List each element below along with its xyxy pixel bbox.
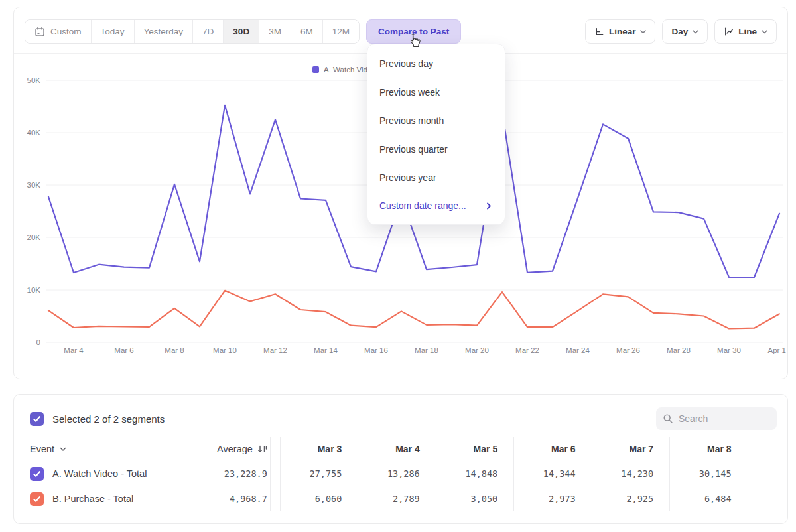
segments-table-panel: Selected 2 of 2 segments EventAverageMar… bbox=[13, 394, 788, 524]
column-divider bbox=[271, 437, 281, 461]
event-header-label: Event bbox=[30, 444, 54, 454]
segment-label: A. Watch Video - Total bbox=[52, 468, 147, 479]
range-button-today[interactable]: Today bbox=[91, 20, 134, 43]
value-cell: 3, bbox=[748, 486, 788, 511]
value-cell: 14,848 bbox=[436, 461, 514, 486]
range-button-custom[interactable]: Custom bbox=[25, 20, 91, 43]
date-column-header[interactable]: Mar 8 bbox=[670, 437, 748, 461]
chart-type-dropdown-label: Line bbox=[738, 27, 757, 36]
chevron-down-icon bbox=[762, 30, 767, 34]
mouse-cursor-pointer bbox=[407, 33, 423, 50]
range-button-3m[interactable]: 3M bbox=[259, 20, 291, 43]
y-axis-tick-label: 40K bbox=[27, 129, 41, 137]
check-icon bbox=[33, 495, 41, 503]
interval-dropdown-label: Day bbox=[671, 27, 688, 36]
range-button-7d[interactable]: 7D bbox=[192, 20, 223, 43]
table-row: B. Purchase - Total4,968.76,0602,7893,05… bbox=[14, 486, 788, 511]
average-header-label: Average bbox=[217, 444, 253, 454]
event-column-header[interactable]: Event bbox=[14, 437, 206, 461]
menu-item-custom-date-range[interactable]: Custom date range... bbox=[367, 192, 505, 220]
x-axis-tick-label: Apr 1 bbox=[768, 346, 787, 354]
toolbar-right-controls: Linear Day Line bbox=[585, 19, 777, 44]
range-button-label: 6M bbox=[300, 27, 313, 36]
range-button-label: Custom bbox=[50, 27, 82, 36]
date-column-header[interactable]: Mar 6 bbox=[514, 437, 592, 461]
linear-axis-icon bbox=[594, 27, 604, 36]
range-button-yesterday[interactable]: Yesterday bbox=[134, 20, 193, 43]
column-divider bbox=[271, 486, 281, 511]
x-axis-tick-label: Mar 20 bbox=[465, 346, 489, 354]
average-column-header[interactable]: Average bbox=[206, 437, 271, 461]
segment-checkbox[interactable] bbox=[30, 467, 44, 481]
segments-table: EventAverageMar 3Mar 4Mar 5Mar 6Mar 7Mar… bbox=[14, 437, 788, 511]
menu-item-previous-month[interactable]: Previous month bbox=[367, 107, 505, 135]
y-axis-tick-label: 10K bbox=[27, 286, 41, 294]
x-axis-tick-label: Mar 26 bbox=[616, 346, 640, 354]
event-cell: A. Watch Video - Total bbox=[14, 461, 206, 486]
date-range-selector: CustomTodayYesterday7D30D3M6M12M bbox=[25, 19, 360, 44]
table-header-row: EventAverageMar 3Mar 4Mar 5Mar 6Mar 7Mar… bbox=[14, 437, 788, 461]
series-line-purchase[interactable] bbox=[48, 291, 779, 329]
scale-dropdown-button[interactable]: Linear bbox=[585, 19, 656, 44]
value-cell: 14,344 bbox=[514, 461, 592, 486]
date-column-header[interactable]: Mar 7 bbox=[592, 437, 670, 461]
y-axis-tick-label: 0 bbox=[36, 338, 40, 346]
segments-header-row: Selected 2 of 2 segments bbox=[14, 395, 787, 431]
value-cell: 15, bbox=[748, 461, 788, 486]
y-axis-tick-label: 30K bbox=[27, 181, 41, 189]
value-cell: 27,755 bbox=[281, 461, 358, 486]
range-button-12m[interactable]: 12M bbox=[322, 20, 359, 43]
menu-item-previous-week[interactable]: Previous week bbox=[367, 78, 505, 107]
menu-item-previous-quarter[interactable]: Previous quarter bbox=[367, 135, 505, 163]
date-column-header[interactable]: M bbox=[748, 437, 788, 461]
sort-descending-icon bbox=[257, 444, 267, 454]
x-axis-tick-label: Mar 22 bbox=[515, 346, 539, 354]
x-axis-tick-label: Mar 10 bbox=[213, 346, 237, 354]
range-button-30d[interactable]: 30D bbox=[223, 20, 259, 43]
menu-item-previous-day[interactable]: Previous day bbox=[367, 50, 505, 78]
search-input[interactable] bbox=[679, 413, 770, 424]
range-button-label: 12M bbox=[332, 27, 350, 36]
range-button-label: Yesterday bbox=[144, 27, 184, 36]
x-axis-tick-label: Mar 6 bbox=[114, 346, 133, 354]
value-cell: 14,230 bbox=[592, 461, 670, 486]
segment-checkbox[interactable] bbox=[30, 492, 44, 506]
date-column-header[interactable]: Mar 4 bbox=[358, 437, 436, 461]
value-cell: 30,145 bbox=[670, 461, 748, 486]
check-icon bbox=[33, 470, 41, 478]
x-axis-tick-label: Mar 4 bbox=[64, 346, 84, 354]
chevron-down-icon bbox=[640, 30, 646, 34]
menu-item-previous-year[interactable]: Previous year bbox=[367, 163, 505, 192]
value-cell: 2,789 bbox=[358, 486, 436, 511]
table-row: A. Watch Video - Total23,228.927,75513,2… bbox=[14, 461, 788, 486]
range-button-label: 30D bbox=[233, 27, 249, 36]
column-divider bbox=[271, 461, 281, 486]
x-axis-tick-label: Mar 16 bbox=[364, 346, 388, 354]
segment-label: B. Purchase - Total bbox=[52, 494, 133, 504]
value-cell: 13,286 bbox=[358, 461, 436, 486]
search-box bbox=[656, 407, 777, 430]
event-cell: B. Purchase - Total bbox=[14, 486, 206, 511]
check-icon bbox=[33, 415, 41, 423]
range-button-6m[interactable]: 6M bbox=[291, 20, 322, 43]
value-cell: 6,060 bbox=[281, 486, 358, 511]
date-column-header[interactable]: Mar 3 bbox=[281, 437, 358, 461]
value-cell: 6,484 bbox=[670, 486, 748, 511]
menu-item-label: Custom date range... bbox=[379, 200, 466, 211]
average-cell: 4,968.7 bbox=[206, 486, 271, 511]
x-axis-tick-label: Mar 28 bbox=[667, 346, 691, 354]
compare-to-past-menu: Previous dayPrevious weekPrevious monthP… bbox=[367, 44, 505, 225]
value-cell: 2,925 bbox=[592, 486, 670, 511]
x-axis-tick-label: Mar 30 bbox=[717, 346, 741, 354]
range-button-label: 7D bbox=[202, 27, 214, 36]
y-axis-tick-label: 20K bbox=[27, 233, 41, 241]
x-axis-tick-label: Mar 14 bbox=[314, 346, 338, 354]
calendar-icon bbox=[34, 27, 45, 37]
x-axis-tick-label: Mar 12 bbox=[263, 346, 287, 354]
x-axis-tick-label: Mar 8 bbox=[165, 346, 184, 354]
chart-type-dropdown-button[interactable]: Line bbox=[714, 19, 777, 44]
interval-dropdown-button[interactable]: Day bbox=[662, 19, 708, 44]
date-column-header[interactable]: Mar 5 bbox=[436, 437, 514, 461]
scale-dropdown-label: Linear bbox=[609, 27, 636, 36]
select-all-checkbox[interactable] bbox=[30, 412, 44, 426]
